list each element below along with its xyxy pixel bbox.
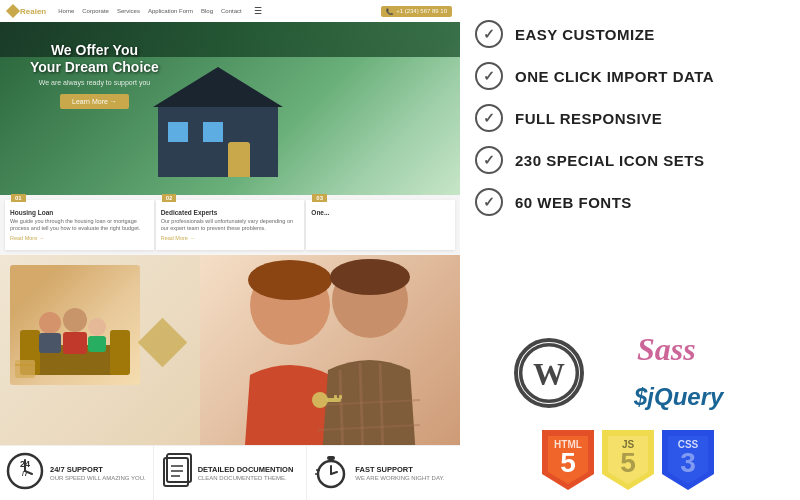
checkmark-icon-3 xyxy=(475,104,503,132)
card-link-1[interactable]: Read More → xyxy=(10,235,149,241)
wordpress-logo: W xyxy=(475,328,624,417)
svg-text:$jQuery: $jQuery xyxy=(633,383,725,410)
fast-subtitle: WE ARE WORKING NIGHT DAY. xyxy=(355,475,444,481)
svg-rect-4 xyxy=(39,333,61,353)
svg-point-15 xyxy=(330,259,410,295)
card-text-2: Our professionals will unfortunately var… xyxy=(161,218,300,232)
card-1: 01 Housing Loan We guide you through the… xyxy=(5,200,154,250)
card-title-1: Housing Loan xyxy=(10,209,149,216)
fast-title: FAST SUPPORT xyxy=(355,465,444,474)
card-2: 02 Dedicated Experts Our professionals w… xyxy=(156,200,305,250)
card-link-2[interactable]: Read More → xyxy=(161,235,300,241)
svg-point-13 xyxy=(248,260,332,300)
nav-logo: Realen xyxy=(8,6,46,16)
svg-text:5: 5 xyxy=(560,447,576,478)
support-icon: 24 /7 xyxy=(6,452,44,494)
nav-blog[interactable]: Blog xyxy=(201,8,213,14)
learn-more-button[interactable]: Learn More → xyxy=(60,94,129,109)
card-title-3: One... xyxy=(311,209,450,216)
feature-docs: DETAILED DOCUMENTION CLEAN DOCUMENTED TH… xyxy=(154,446,308,500)
sass-svg: Sass xyxy=(632,328,732,366)
house-roof xyxy=(153,67,283,107)
family-image xyxy=(10,265,140,385)
svg-point-21 xyxy=(312,392,328,408)
nav-contact[interactable]: Contact xyxy=(221,8,242,14)
jquery-svg: $jQuery xyxy=(632,379,762,411)
house-door xyxy=(228,142,250,177)
support-title: 24/7 SUPPORT xyxy=(50,465,146,474)
svg-point-3 xyxy=(39,312,61,334)
feature-support: 24 /7 24/7 SUPPORT OUR SPEED WILL AMAZIN… xyxy=(0,446,154,500)
docs-title: DETAILED DOCUMENTION xyxy=(198,465,294,474)
phone-button[interactable]: 📞 +1 (234) 567 89 10 xyxy=(381,6,452,17)
house-window-right xyxy=(203,122,223,142)
svg-text:HTML: HTML xyxy=(554,439,582,450)
hero-text: We Offer YouYour Dream Choice We are alw… xyxy=(30,42,159,109)
logo-diamond-icon xyxy=(6,4,20,18)
nav-appform[interactable]: Application Form xyxy=(148,8,193,14)
phone-number: +1 (234) 567 89 10 xyxy=(396,8,447,14)
checkmark-icon-1 xyxy=(475,20,503,48)
feature-label-2: ONE CLICK IMPORT DATA xyxy=(515,68,714,85)
nav-corporate[interactable]: Corporate xyxy=(82,8,109,14)
sass-logo: Sass xyxy=(632,328,781,373)
feature-row-5: 60 WEB FONTS xyxy=(475,188,780,216)
docs-text: DETAILED DOCUMENTION CLEAN DOCUMENTED TH… xyxy=(198,465,294,481)
right-panel: EASY CUSTOMIZE ONE CLICK IMPORT DATA FUL… xyxy=(460,0,800,500)
hero-title: We Offer YouYour Dream Choice xyxy=(30,42,159,76)
features-bar: 24 /7 24/7 SUPPORT OUR SPEED WILL AMAZIN… xyxy=(0,445,460,500)
family-svg xyxy=(15,275,135,385)
css3-svg: 3 CSS xyxy=(662,430,714,490)
hamburger-icon[interactable]: ☰ xyxy=(254,6,262,16)
left-panel: Realen Home Corporate Services Applicati… xyxy=(0,0,460,500)
svg-point-7 xyxy=(88,318,106,336)
fast-text: FAST SUPPORT WE ARE WORKING NIGHT DAY. xyxy=(355,465,444,481)
svg-rect-2 xyxy=(110,330,130,375)
svg-rect-23 xyxy=(334,395,337,399)
cards-section: 01 Housing Loan We guide you through the… xyxy=(0,195,460,255)
feature-label-1: EASY CUSTOMIZE xyxy=(515,26,655,43)
house-window-left xyxy=(168,122,188,142)
js-shield: 5 JS xyxy=(602,430,654,490)
svg-rect-22 xyxy=(326,398,341,402)
card-text-1: We guide you through the housing loan or… xyxy=(10,218,149,232)
svg-point-5 xyxy=(63,308,87,332)
diamond-decoration xyxy=(138,318,187,367)
checkmark-icon-4 xyxy=(475,146,503,174)
svg-rect-9 xyxy=(15,360,35,378)
feature-label-4: 230 SPECIAL ICON SETS xyxy=(515,152,704,169)
svg-text:JS: JS xyxy=(621,439,634,450)
nav-links: Home Corporate Services Application Form… xyxy=(58,8,241,14)
svg-text:W: W xyxy=(533,356,565,391)
svg-rect-24 xyxy=(339,395,342,399)
house-body xyxy=(158,107,278,177)
svg-rect-8 xyxy=(88,336,106,352)
svg-text:5: 5 xyxy=(620,447,636,478)
nav-home[interactable]: Home xyxy=(58,8,74,14)
support-text: 24/7 SUPPORT OUR SPEED WILL AMAZING YOU. xyxy=(50,465,146,481)
svg-text:3: 3 xyxy=(680,447,696,478)
tech-shields: 5 HTML 5 JS 3 CSS xyxy=(475,430,780,490)
card-3: 03 One... xyxy=(306,200,455,250)
feature-label-3: FULL RESPONSIVE xyxy=(515,110,662,127)
mockup-nav: Realen Home Corporate Services Applicati… xyxy=(0,0,460,22)
fast-support-icon xyxy=(313,452,349,494)
tech-logos: W Sass $jQuery xyxy=(475,328,780,490)
hero-section: We Offer YouYour Dream Choice We are alw… xyxy=(0,22,460,197)
features-list: EASY CUSTOMIZE ONE CLICK IMPORT DATA FUL… xyxy=(475,20,780,323)
docs-icon xyxy=(160,452,192,494)
checkmark-icon-5 xyxy=(475,188,503,216)
svg-text:CSS: CSS xyxy=(677,439,698,450)
feature-row-4: 230 SPECIAL ICON SETS xyxy=(475,146,780,174)
jquery-logo: $jQuery xyxy=(632,379,781,417)
house-illustration xyxy=(158,107,278,177)
html5-svg: 5 HTML xyxy=(542,430,594,490)
svg-text:Sass: Sass xyxy=(637,331,696,366)
sass-jquery-logos: Sass $jQuery xyxy=(632,328,781,417)
feature-fast: FAST SUPPORT WE ARE WORKING NIGHT DAY. xyxy=(307,446,460,500)
nav-services[interactable]: Services xyxy=(117,8,140,14)
support-subtitle: OUR SPEED WILL AMAZING YOU. xyxy=(50,475,146,481)
card-title-2: Dedicated Experts xyxy=(161,209,300,216)
feature-row-2: ONE CLICK IMPORT DATA xyxy=(475,62,780,90)
docs-subtitle: CLEAN DOCUMENTED THEME. xyxy=(198,475,294,481)
